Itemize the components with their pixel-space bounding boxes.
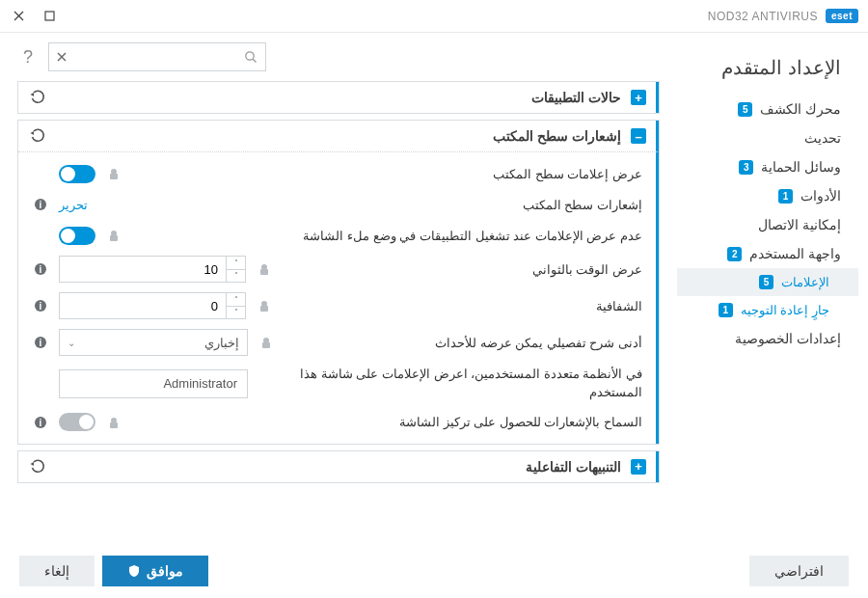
undo-icon[interactable] bbox=[28, 90, 45, 105]
svg-rect-22 bbox=[110, 422, 118, 428]
svg-text:i: i bbox=[40, 200, 42, 210]
svg-text:i: i bbox=[40, 301, 42, 312]
nav-tools[interactable]: الأدوات1 bbox=[677, 181, 858, 210]
svg-rect-0 bbox=[45, 12, 54, 20]
multiuser-user-field[interactable]: Administrator bbox=[59, 369, 248, 398]
brand-badge: eset bbox=[826, 9, 858, 23]
info-icon[interactable]: i bbox=[32, 262, 47, 276]
row-no-fullscreen: عدم عرض الإعلامات عند تشغيل التطبيقات في… bbox=[132, 229, 642, 243]
svg-text:i: i bbox=[40, 418, 42, 428]
toggle-focus[interactable] bbox=[59, 413, 95, 431]
row-display-seconds: عرض الوقت بالثواني bbox=[283, 262, 642, 277]
nav-connectivity[interactable]: إمكانية الاتصال bbox=[677, 210, 858, 239]
svg-rect-18 bbox=[262, 342, 270, 348]
svg-rect-4 bbox=[110, 174, 118, 179]
edit-link[interactable]: تحرير bbox=[59, 198, 88, 212]
seconds-input[interactable]: ˄˅ bbox=[59, 256, 246, 283]
cancel-button[interactable]: إلغاء bbox=[19, 556, 95, 586]
svg-text:i: i bbox=[40, 264, 42, 275]
nav-notifications[interactable]: الإعلامات5 bbox=[677, 268, 858, 296]
row-show-desktop-notifications: عرض إعلامات سطح المكتب bbox=[132, 167, 642, 181]
ok-button[interactable]: موافق bbox=[102, 556, 208, 586]
clear-search-icon[interactable] bbox=[57, 52, 67, 62]
row-min-verbosity: أدنى شرح تفصيلي يمكن عرضه للأحداث bbox=[285, 336, 642, 350]
spin-up-icon[interactable]: ˄ bbox=[227, 257, 245, 270]
min-verbosity-select[interactable]: ⌄ إخباري bbox=[59, 329, 248, 356]
info-icon[interactable]: i bbox=[32, 198, 47, 211]
row-focus: السماح بالإشعارات للحصول على تركيز الشاش… bbox=[132, 415, 642, 429]
lock-icon bbox=[107, 229, 121, 242]
info-icon[interactable]: i bbox=[32, 299, 47, 313]
spin-down-icon[interactable]: ˅ bbox=[227, 307, 245, 319]
lock-icon bbox=[258, 299, 271, 313]
panel-interactive-alerts-header[interactable]: + التنبيهات التفاعلية bbox=[18, 451, 659, 482]
lock-icon bbox=[107, 416, 121, 429]
nav-update[interactable]: تحديث bbox=[677, 123, 858, 152]
info-icon[interactable]: i bbox=[32, 336, 47, 349]
settings-nav: محرك الكشف5 تحديث وسائل الحماية3 الأدوات… bbox=[677, 95, 858, 353]
expand-icon: + bbox=[631, 90, 646, 105]
page-title: الإعداد المتقدم bbox=[677, 46, 858, 95]
default-button[interactable]: افتراضي bbox=[749, 556, 849, 586]
badge: 5 bbox=[738, 102, 752, 117]
undo-icon[interactable] bbox=[28, 459, 45, 475]
svg-line-2 bbox=[253, 59, 256, 62]
spin-down-icon[interactable]: ˅ bbox=[227, 270, 245, 283]
expand-icon: + bbox=[631, 459, 646, 475]
nav-forwarding[interactable]: جارٍ إعادة التوجيه1 bbox=[677, 296, 858, 324]
lock-icon bbox=[259, 336, 273, 349]
nav-protections[interactable]: وسائل الحماية3 bbox=[677, 152, 858, 181]
panel-app-states-header[interactable]: + حالات التطبيقات bbox=[18, 82, 659, 113]
maximize-icon[interactable] bbox=[41, 8, 58, 25]
badge: 5 bbox=[759, 275, 773, 289]
badge: 1 bbox=[719, 303, 733, 317]
badge: 1 bbox=[778, 189, 793, 204]
product-name: NOD32 ANTIVIRUS bbox=[708, 10, 818, 23]
undo-icon[interactable] bbox=[28, 128, 45, 144]
badge: 3 bbox=[739, 160, 753, 175]
row-transparency: الشفافية bbox=[283, 299, 642, 313]
svg-rect-14 bbox=[260, 306, 268, 312]
svg-rect-8 bbox=[110, 235, 118, 241]
row-multiuser: في الأنظمة متعددة المستخدمين، اعرض الإعل… bbox=[276, 366, 642, 402]
nav-detection-engine[interactable]: محرك الكشف5 bbox=[677, 95, 858, 123]
info-icon[interactable]: i bbox=[32, 416, 47, 429]
panel-desktop-notifications-header[interactable]: – إشعارات سطح المكتب bbox=[18, 121, 659, 152]
close-icon[interactable] bbox=[10, 8, 27, 25]
lock-icon bbox=[107, 167, 121, 180]
shield-icon bbox=[127, 564, 141, 578]
svg-text:i: i bbox=[40, 338, 42, 348]
collapse-icon: – bbox=[631, 128, 646, 144]
spin-up-icon[interactable]: ˄ bbox=[227, 293, 245, 307]
toggle-show-desktop-notifications[interactable] bbox=[59, 165, 95, 183]
svg-rect-10 bbox=[260, 269, 268, 275]
badge: 2 bbox=[727, 247, 742, 261]
search-icon bbox=[244, 50, 258, 64]
search-input[interactable] bbox=[48, 42, 266, 71]
svg-point-1 bbox=[246, 52, 254, 60]
transparency-input[interactable]: ˄˅ bbox=[59, 292, 246, 319]
row-desktop-notifications: إشعارات سطح المكتب bbox=[116, 198, 642, 212]
chevron-down-icon: ⌄ bbox=[68, 338, 75, 348]
lock-icon bbox=[258, 262, 271, 276]
nav-user-interface[interactable]: واجهة المستخدم2 bbox=[677, 239, 858, 268]
nav-privacy[interactable]: إعدادات الخصوصية bbox=[677, 324, 858, 353]
help-icon[interactable]: ? bbox=[17, 47, 39, 68]
toggle-no-fullscreen[interactable] bbox=[59, 227, 95, 245]
